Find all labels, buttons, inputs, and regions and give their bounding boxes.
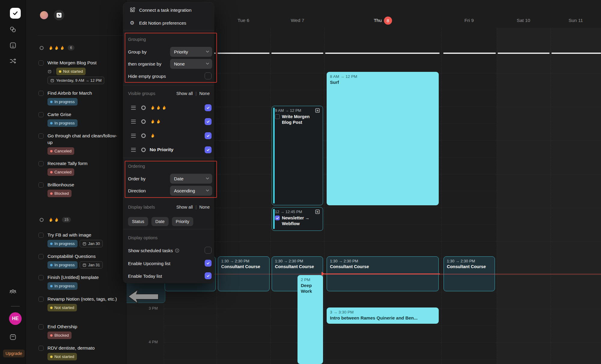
hide-empty-groups-row: Hide empty groups: [123, 71, 214, 81]
shuffle-icon[interactable]: [9, 57, 17, 65]
task-item[interactable]: Go through chat and clean/follow-upCance…: [26, 133, 126, 155]
group-priority-fires: [48, 45, 65, 50]
display-option-checkbox[interactable]: [205, 247, 212, 254]
fire-priority-icon: [150, 133, 155, 138]
visible-group-row[interactable]: [123, 130, 214, 141]
task-item[interactable]: End OthershipBlocked: [26, 323, 126, 339]
group-visibility-checkbox[interactable]: [205, 132, 212, 139]
day-header-wed-7[interactable]: Wed 7: [291, 17, 304, 24]
show-all-link[interactable]: Show all: [176, 205, 193, 210]
event-title: Newsletter → Webflow: [282, 215, 320, 227]
none-link[interactable]: None: [199, 91, 210, 96]
multi-day-event-bar-segment[interactable]: [443, 53, 496, 54]
display-option-row: Enable Today list: [123, 271, 214, 281]
task-item[interactable]: Write Morgen Blog PostNot startedYesterd…: [26, 60, 126, 84]
task-item[interactable]: Comptabilité QuestionsIn progressJan 31: [26, 253, 126, 269]
multi-day-event-bar-segment[interactable]: [498, 53, 550, 54]
drag-handle-icon[interactable]: [131, 120, 136, 124]
menu-item-edit-notion-prefs[interactable]: ⚙ Edit Notion preferences: [123, 18, 214, 28]
weekend-shade: [497, 28, 601, 364]
calendar-icon: [50, 78, 54, 83]
calendar-event[interactable]: 9 AM → 12 PMNWrite Morgen Blog Post: [272, 106, 323, 205]
contacts-box-icon[interactable]: [9, 41, 17, 49]
task-checkbox[interactable]: [38, 346, 44, 351]
task-item[interactable]: Finish [Untitled] templateIn progress: [26, 274, 126, 290]
task-checkbox[interactable]: [38, 112, 44, 117]
column-divider: [497, 28, 497, 364]
task-title: Go through chat and clean/follow-up: [47, 133, 121, 146]
visible-group-row[interactable]: No Priority: [123, 145, 214, 155]
none-link[interactable]: None: [199, 205, 210, 210]
task-item[interactable]: RDV dentiste, dermatoNot started: [26, 345, 126, 360]
show-all-link[interactable]: Show all: [176, 91, 193, 96]
event-task-checkbox[interactable]: [275, 216, 280, 220]
task-checkbox[interactable]: [38, 254, 44, 259]
multi-day-event-bar-segment[interactable]: [271, 53, 323, 54]
task-checkbox[interactable]: [38, 324, 44, 329]
display-label-chip-status[interactable]: Status: [128, 217, 148, 226]
event-time: 1:30 → 2:30 PM: [275, 258, 320, 264]
task-item[interactable]: Revamp Notion (notes, tags, etc.)Not sta…: [26, 296, 126, 311]
visible-group-row[interactable]: [123, 116, 214, 127]
order-by-select[interactable]: Date: [170, 174, 212, 184]
menu-item-connect-integration[interactable]: Connect a task integration: [123, 5, 214, 15]
day-header-fri-9[interactable]: Fri 9: [465, 17, 474, 24]
group-visibility-checkbox[interactable]: [205, 146, 212, 153]
drag-handle-icon[interactable]: [131, 106, 136, 110]
multi-day-event-bar-segment[interactable]: [325, 53, 440, 54]
then-organise-select[interactable]: None: [170, 59, 212, 69]
display-option-checkbox[interactable]: [205, 272, 212, 279]
status-badge: In progress: [47, 261, 78, 269]
task-item[interactable]: Find Airbnb for MarchIn progress: [26, 90, 126, 106]
display-label-chip-priority[interactable]: Priority: [172, 217, 193, 226]
menu-divider: [123, 30, 214, 30]
visible-group-row[interactable]: [123, 102, 214, 113]
fire-priority-icon: [155, 119, 161, 124]
task-item[interactable]: Try FB ad with imageIn progressJan 30: [26, 232, 126, 247]
calendar-event[interactable]: 12 → 12:45 PMNNewsletter → Webflow: [272, 207, 323, 231]
multi-day-event-bar-segment[interactable]: [551, 53, 601, 54]
task-group-header[interactable]: 15: [26, 216, 126, 223]
task-group-header[interactable]: 6: [26, 44, 126, 51]
direction-select[interactable]: Ascending: [170, 186, 212, 196]
day-header-tue-6[interactable]: Tue 6: [237, 17, 249, 24]
task-item[interactable]: Carte GriseIn progress: [26, 111, 126, 127]
date-chip: Jan 30: [80, 240, 103, 247]
task-checkbox[interactable]: [38, 91, 44, 96]
event-task-checkbox[interactable]: [275, 114, 280, 119]
account-avatar[interactable]: [40, 11, 48, 19]
user-avatar[interactable]: HE: [9, 312, 22, 325]
people-icon[interactable]: [9, 288, 17, 296]
drag-handle-icon[interactable]: [131, 134, 136, 138]
multi-day-event-bar-segment[interactable]: [218, 53, 270, 54]
task-checkbox[interactable]: [38, 133, 44, 139]
group-visibility-checkbox[interactable]: [205, 118, 212, 125]
upgrade-button[interactable]: Upgrade: [3, 350, 25, 357]
calendar-event[interactable]: 8 AM → 12 PMSurf: [327, 72, 439, 205]
task-item[interactable]: Recreate Tally formCanceled: [26, 160, 126, 176]
display-option-checkbox[interactable]: [205, 260, 212, 267]
display-label-chip-date[interactable]: Date: [151, 217, 169, 226]
day-header-sat-10[interactable]: Sat 10: [517, 17, 530, 24]
task-checkbox[interactable]: [38, 60, 44, 66]
task-checkbox[interactable]: [38, 182, 44, 188]
task-checkbox[interactable]: [38, 233, 44, 238]
task-checkbox[interactable]: [38, 275, 44, 280]
calendar-event[interactable]: 2 PMDeep Work: [297, 275, 323, 364]
day-header-sun-11[interactable]: Sun 11: [569, 17, 583, 24]
calendar-event[interactable]: 3 → 3:30 PMIntro between Rames Quinerie …: [327, 307, 439, 324]
hide-empty-groups-checkbox[interactable]: [205, 72, 212, 79]
task-checkbox[interactable]: [38, 161, 44, 166]
group-visibility-checkbox[interactable]: [205, 104, 212, 111]
calendar-icon[interactable]: [9, 333, 17, 341]
drag-handle-icon[interactable]: [131, 148, 136, 152]
task-checkbox[interactable]: [38, 297, 44, 302]
day-header-thu-8[interactable]: Thu8: [374, 17, 392, 24]
integrations-link-icon[interactable]: [9, 26, 17, 33]
task-item[interactable]: BrillionhouseBlocked: [26, 182, 126, 197]
notion-integration-icon[interactable]: N: [54, 10, 64, 20]
group-by-select[interactable]: Priority: [170, 47, 212, 57]
column-divider: [551, 28, 551, 364]
app-logo-check-icon[interactable]: [10, 8, 21, 19]
fire-priority-icon: [155, 105, 161, 110]
